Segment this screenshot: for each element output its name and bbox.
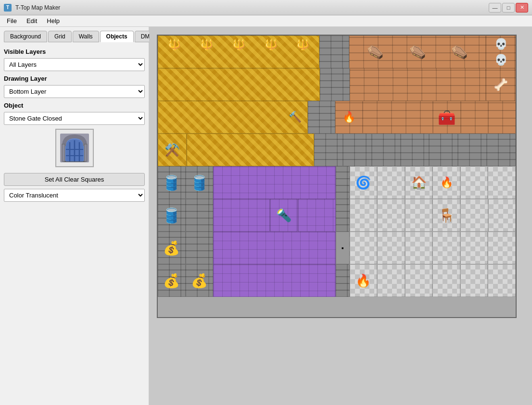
svg-rect-7	[84, 144, 87, 161]
map-cell[interactable]	[343, 134, 372, 166]
title-bar: T T-Top Map Maker — □ ✕	[0, 0, 532, 15]
map-canvas: 🔱 🔱 🔱 🔱 🔱 ⚰️ ⚰️ ⚰️ 💀	[157, 35, 517, 318]
tab-grid[interactable]: Grid	[48, 31, 72, 42]
map-cell[interactable]: 🛢️	[158, 199, 186, 232]
map-cell[interactable]	[488, 232, 516, 264]
tab-walls[interactable]: Walls	[73, 31, 99, 42]
map-cell[interactable]	[401, 134, 430, 166]
map-row-3: 🔨 🔥 🧰	[158, 101, 516, 134]
main-layout: Background Grid Walls Objects DM Visible…	[0, 27, 532, 405]
color-select[interactable]: Color Translucent Color Opaque Black & W…	[4, 189, 145, 202]
map-cell[interactable]	[460, 166, 488, 199]
title-buttons: — □ ✕	[489, 3, 528, 12]
map-cell[interactable]	[405, 232, 433, 264]
map-cell[interactable]	[363, 101, 433, 134]
maximize-button[interactable]: □	[502, 3, 515, 12]
map-cell[interactable]: 🔥	[350, 264, 378, 297]
set-all-clear-button[interactable]: Set All Clear Squares	[4, 173, 145, 186]
menu-bar: File Edit Help	[0, 15, 532, 27]
map-cell[interactable]	[314, 134, 343, 166]
map-area[interactable]: 🔱 🔱 🔱 🔱 🔱 ⚰️ ⚰️ ⚰️ 💀	[149, 27, 532, 405]
map-cell[interactable]: 🧰	[433, 101, 460, 134]
map-cell[interactable]	[377, 199, 405, 232]
gate-preview-svg	[59, 133, 90, 163]
left-panel: Background Grid Walls Objects DM Visible…	[0, 27, 149, 405]
map-row-7: 💰 ▪	[158, 232, 516, 264]
map-cell[interactable]	[460, 264, 488, 297]
map-cell[interactable]	[460, 199, 488, 232]
map-cell[interactable]: 🛢️	[186, 166, 214, 199]
map-cell[interactable]	[213, 166, 336, 199]
close-button[interactable]: ✕	[516, 3, 528, 12]
map-cell[interactable]	[488, 264, 516, 297]
map-cell[interactable]	[377, 232, 405, 264]
map-cell[interactable]	[372, 134, 401, 166]
map-cell[interactable]	[213, 264, 336, 297]
map-cell[interactable]: 🔦	[270, 199, 298, 232]
map-row-5: 🛢️ 🛢️ 🌀 🏠 🔥	[158, 166, 516, 199]
map-cell[interactable]: 💀 💀	[486, 36, 516, 68]
map-cell[interactable]: ▪	[336, 232, 350, 264]
map-cell[interactable]: 💰	[186, 264, 214, 297]
map-cell[interactable]	[488, 166, 516, 199]
map-cell[interactable]	[319, 36, 349, 68]
menu-edit[interactable]: Edit	[22, 16, 42, 25]
menu-help[interactable]: Help	[42, 16, 64, 25]
map-cell[interactable]	[213, 199, 270, 232]
map-cell[interactable]	[308, 101, 335, 134]
map-cell[interactable]	[377, 166, 405, 199]
map-row-2: 🦴	[158, 68, 516, 101]
map-cell[interactable]: 🦴	[486, 68, 516, 101]
drawing-layer-select[interactable]: Bottom Layer Top Layer	[4, 85, 145, 98]
object-preview	[55, 129, 94, 167]
menu-file[interactable]: File	[2, 16, 22, 25]
map-cell[interactable]: 🔥	[335, 101, 363, 134]
map-cell[interactable]	[458, 134, 487, 166]
map-cell[interactable]	[187, 134, 314, 166]
map-cell[interactable]	[488, 199, 516, 232]
map-cell[interactable]	[336, 264, 350, 297]
tab-objects[interactable]: Objects	[100, 31, 134, 42]
object-select[interactable]: Stone Gate Closed Stone Gate Open Barrel…	[4, 112, 145, 125]
map-cell[interactable]	[186, 199, 214, 232]
map-cell[interactable]	[460, 232, 488, 264]
map-cell[interactable]	[350, 68, 486, 101]
map-cell[interactable]	[405, 199, 433, 232]
map-cell[interactable]	[377, 264, 405, 297]
tab-background[interactable]: Background	[4, 31, 47, 42]
map-cell[interactable]	[320, 68, 350, 101]
map-cell[interactable]: 🛢️	[158, 166, 186, 199]
map-cell[interactable]: 🔨	[158, 101, 308, 134]
map-cell[interactable]	[158, 68, 320, 101]
title-text: T-Top Map Maker	[15, 4, 485, 11]
map-cell[interactable]: 🪑	[432, 199, 460, 232]
map-row-4: ⚒️	[158, 134, 516, 166]
map-cell[interactable]: 🏠	[405, 166, 433, 199]
map-cell[interactable]	[432, 264, 460, 297]
minimize-button[interactable]: —	[489, 3, 501, 12]
map-cell[interactable]	[405, 264, 433, 297]
map-row-8: 💰 💰 🔥	[158, 264, 516, 297]
map-cell[interactable]: 🔥	[432, 166, 460, 199]
map-cell[interactable]	[487, 134, 516, 166]
map-cell[interactable]	[350, 199, 378, 232]
map-cell[interactable]	[298, 199, 336, 232]
map-cell[interactable]	[350, 232, 378, 264]
map-cell[interactable]: 🌀	[350, 166, 378, 199]
map-cell[interactable]	[488, 101, 516, 134]
map-cell[interactable]	[429, 134, 458, 166]
tab-bar: Background Grid Walls Objects DM	[4, 31, 145, 42]
map-cell[interactable]	[432, 232, 460, 264]
map-cell[interactable]: 💰	[158, 232, 186, 264]
visible-layers-select[interactable]: All Layers Bottom Layer Top Layer	[4, 58, 145, 71]
map-cell[interactable]	[461, 101, 488, 134]
app-icon: T	[4, 4, 12, 12]
map-cell[interactable]	[336, 166, 350, 199]
map-cell[interactable]: 🔱 🔱 🔱 🔱 🔱	[158, 36, 319, 68]
map-cell[interactable]: 💰	[158, 264, 186, 297]
map-cell[interactable]	[186, 232, 214, 264]
map-cell[interactable]: ⚒️	[158, 134, 187, 166]
map-cell[interactable]: ⚰️ ⚰️ ⚰️	[349, 36, 486, 68]
map-cell[interactable]	[213, 232, 336, 264]
map-cell[interactable]	[336, 199, 350, 232]
